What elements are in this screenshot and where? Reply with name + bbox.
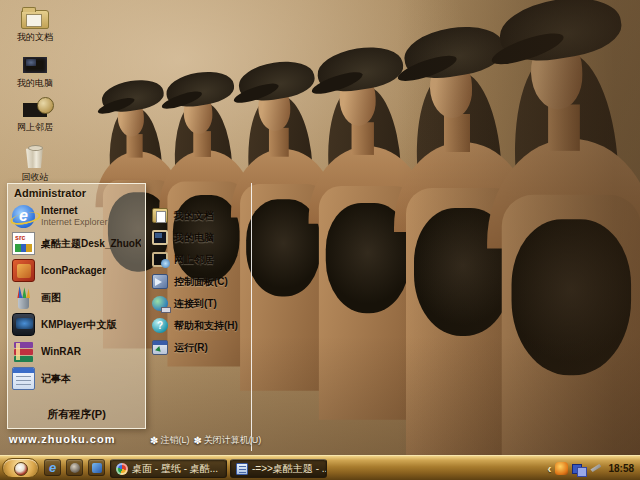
desktop-icon-label: 我的电脑 [4,77,66,90]
start-menu-item-winrar[interactable]: WinRAR [8,338,145,365]
desktop-icon-network-places[interactable]: 网上邻居 [4,101,66,134]
start-menu-left-panel: Administrator e Internet Internet Explor… [7,183,146,429]
wallpaper-window-icon [116,463,128,475]
winrar-icon [12,340,35,363]
start-menu: Administrator e Internet Internet Explor… [7,183,252,451]
start-menu-item-iconpackager[interactable]: IconPackager [8,257,145,284]
turn-off-computer-button[interactable]: ✽ 关闭计算机(U) [193,434,261,447]
quick-launch-internet-explorer-icon[interactable]: e [44,459,61,476]
taskbar-task-zhuoku-theme[interactable]: -=>>桌酷主题 - ... [230,459,327,478]
system-tray: ‹ 18:58 [547,459,638,478]
help-support-icon: ? [152,318,168,333]
desktop-icon-recycle-bin[interactable]: 回收站 [4,145,66,184]
internet-explorer-icon: e [12,205,35,228]
network-places-icon [152,252,168,267]
start-menu-right-panel: 我的文档 我的电脑 网上邻居 控制面板(C) 连接到(T) ? 帮助和支持(H) [146,183,252,451]
start-menu-item-run[interactable]: 运行(R) [146,337,251,358]
log-off-button[interactable]: ✽ 注销(L) [150,434,189,447]
start-menu-item-help-support[interactable]: ? 帮助和支持(H) [146,315,251,336]
recycle-bin-icon [21,145,49,169]
control-panel-icon [152,274,168,289]
connect-to-icon [152,296,168,311]
desktop-icon-my-documents[interactable]: 我的文档 [4,10,66,44]
log-off-icon: ✽ [150,435,158,446]
start-menu-item-zhuoku-theme[interactable]: 桌酷主题Desk_ZhuoKu.Com [8,230,145,257]
start-menu-item-my-computer[interactable]: 我的电脑 [146,227,251,248]
start-menu-item-my-documents[interactable]: 我的文档 [146,205,251,226]
network-places-icon [21,101,49,119]
desktop-icon-list: 我的文档 我的电脑 网上邻居 回收站 [4,4,66,195]
kmplayer-icon [12,313,35,336]
tray-clock[interactable]: 18:58 [608,463,634,474]
tray-network-icon[interactable] [572,462,585,475]
run-icon [152,340,168,355]
notepad-icon [12,367,35,390]
start-button[interactable] [2,458,39,478]
desktop-icon-my-computer[interactable]: 我的电脑 [4,55,66,90]
desktop-icon-label: 网上邻居 [4,121,66,134]
quick-launch-show-desktop-icon[interactable] [66,459,83,476]
iconpackager-icon [12,259,35,282]
desktop-icon-label: 我的文档 [4,31,66,44]
tray-collapse-chevron-icon[interactable]: ‹ [547,462,551,476]
start-menu-item-paint[interactable]: 画图 [8,284,145,311]
theme-src-icon [12,232,35,255]
all-programs-button[interactable]: 所有程序(P) [8,407,145,422]
taskbar-task-wallpaper-folder[interactable]: 桌面 - 壁纸 - 桌酷... [110,459,227,478]
start-menu-item-control-panel[interactable]: 控制面板(C) [146,271,251,292]
my-computer-icon [21,55,49,75]
start-button-emblem-icon [14,462,28,476]
quick-launch-media-icon[interactable] [88,459,105,476]
paint-icon [12,286,35,309]
start-menu-item-sublabel: Internet Explorer [41,217,108,227]
start-menu-item-notepad[interactable]: 记事本 [8,365,145,392]
start-menu-footer: ✽ 注销(L) ✽ 关闭计算机(U) [146,429,252,451]
start-menu-username: Administrator [8,184,145,203]
desktop-screen: www.zhuoku.com 我的文档 我的电脑 网上邻居 回收站 Admini… [0,0,640,480]
document-window-icon [236,463,248,475]
tray-input-method-icon[interactable] [589,462,602,475]
my-documents-icon [152,208,168,223]
start-menu-item-network-places[interactable]: 网上邻居 [146,249,251,270]
start-menu-item-kmplayer[interactable]: KMPlayer中文版 [8,311,145,338]
quick-launch-bar: e › [44,459,117,476]
start-menu-item-connect-to[interactable]: 连接到(T) [146,293,251,314]
tray-app-orange-icon[interactable] [555,462,568,475]
my-computer-icon [152,230,168,245]
turn-off-icon: ✽ [193,435,201,446]
my-documents-icon [21,10,49,29]
start-menu-item-internet[interactable]: e Internet Internet Explorer [8,203,145,230]
taskbar: e › 桌面 - 壁纸 - 桌酷... -=>>桌酷主题 - ... ‹ 18:… [0,455,640,480]
